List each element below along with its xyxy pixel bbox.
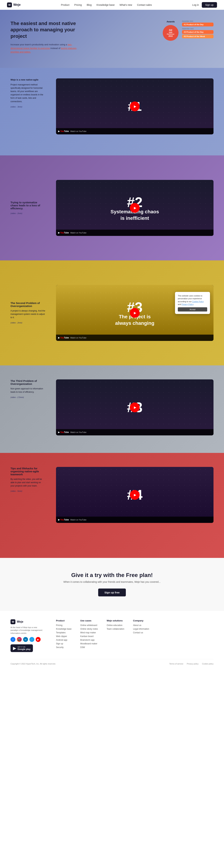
cookie-link[interactable]: Cookie policy <box>202 663 214 665</box>
nav-contact[interactable]: Contact sales <box>137 3 152 6</box>
third-video[interactable]: #3 ▶ YouTube Watch on YouTube <box>56 379 214 435</box>
award-1: #1 Product of the Day <box>182 23 214 26</box>
tips-video-note: (video - 5min) <box>10 490 22 492</box>
footer-solutions-col: Weje solutions Online education Team col… <box>106 619 124 652</box>
overorg-play-button[interactable] <box>130 308 140 318</box>
footer-android[interactable]: Android app <box>56 639 71 641</box>
overorg-yt-logo: ▶ YouTube <box>58 337 69 339</box>
overorg-video[interactable]: #3 The project isalways changing ▶ YouTu… <box>56 285 214 341</box>
overorg-yt-bar: ▶ YouTube Watch on YouTube <box>56 335 214 341</box>
award-3: #5 Product of the Week <box>182 34 214 38</box>
footer-education[interactable]: Online education <box>106 624 124 626</box>
social-icons: f 📷 in 🐦 ▶ <box>10 637 45 642</box>
footer-logo-text: Weje <box>17 620 23 623</box>
third-play-button[interactable] <box>130 403 140 412</box>
footer-use-cases-title: Use cases <box>80 619 98 622</box>
linkedin-icon[interactable]: in <box>23 637 28 642</box>
copyright: Copyright © 2022 HyperTech, Inc. All rig… <box>10 663 56 665</box>
native-video-bg: #1 ▶ YouTube Watch on YouTube <box>56 79 214 134</box>
chaos-section: Trying to systematize chaos leads to a l… <box>0 155 224 260</box>
yt-logo: ▶ YouTube <box>58 130 69 132</box>
third-section: The Third Problem of Overorganization No… <box>0 365 224 453</box>
footer-web-clipper[interactable]: Web clipper <box>56 635 71 638</box>
native-play-button[interactable] <box>130 101 140 111</box>
cta-section: Give it a try with the Free plan! When i… <box>0 558 224 611</box>
footer-brand-name: W Weje <box>10 619 45 624</box>
nav-knowledge[interactable]: Knowledge base <box>96 3 115 6</box>
footer-product-col: Product Pricing Knowledge base Templates… <box>56 619 71 652</box>
privacy-link[interactable]: Privacy policy <box>187 663 198 665</box>
footer-security[interactable]: Security <box>56 646 71 649</box>
logo[interactable]: W Weje <box>7 2 21 7</box>
chaos-title: Trying to systematize chaos leads to a l… <box>10 201 45 210</box>
overorg-section: The Second Problem of Overorganization A… <box>0 260 224 365</box>
chaos-play-button[interactable] <box>130 203 140 213</box>
footer-about[interactable]: About us <box>133 624 149 626</box>
hero-section: The easiest and most native approach to … <box>0 10 224 68</box>
terms-link[interactable]: Terms of service <box>169 663 183 665</box>
nav-right: Log in Sign up <box>192 2 217 8</box>
native-tag: Weje is a new native-agile <box>10 79 45 81</box>
overorg-title: The Second Problem of Overorganization <box>10 302 45 308</box>
signup-button[interactable]: Sign up <box>202 2 217 8</box>
tips-play-button[interactable] <box>130 490 140 500</box>
footer-templates[interactable]: Templates <box>56 631 71 634</box>
tips-desc: By watching the video, you will be able … <box>10 477 45 488</box>
google-play-text: GET IT ON Google play <box>18 646 30 650</box>
footer-kanban[interactable]: Kanban board <box>80 635 98 638</box>
native-video[interactable]: #1 ▶ YouTube Watch on YouTube <box>56 79 214 134</box>
tips-video-bg: #4 ▶ YouTube Watch on YouTube <box>56 467 214 523</box>
footer-brand-desc: At the heart of Weje lays a new paradigm… <box>10 626 45 635</box>
footer-legal[interactable]: Legal information <box>133 628 149 630</box>
awards-container: Awards G2 High Performer 2022 December 2… <box>163 20 214 41</box>
cookie-policy-link[interactable]: Cookie Policy <box>192 301 204 303</box>
award-high: High <box>169 31 172 33</box>
overorg-video-note: (video - 2min) <box>10 322 22 324</box>
tips-video[interactable]: #4 ▶ YouTube Watch on YouTube <box>56 467 214 523</box>
awards-badges: Awards G2 High Performer 2022 <box>163 20 179 41</box>
tips-text: Tips and lifehacks for organizing native… <box>10 467 45 493</box>
footer-logo-icon: W <box>10 619 15 624</box>
nav-blog[interactable]: Blog <box>87 3 92 6</box>
hero-text: The easiest and most native approach to … <box>10 20 81 54</box>
awards-title: Awards <box>167 20 175 23</box>
twitter-icon[interactable]: 🐦 <box>29 637 34 642</box>
footer-signup[interactable]: Sign up <box>56 643 71 645</box>
navigation: W Weje Product Pricing Blog Knowledge ba… <box>0 0 224 10</box>
cta-title: Give it a try with the Free plan! <box>10 572 214 578</box>
footer-top: W Weje At the heart of Weje lays a new p… <box>10 619 214 652</box>
youtube-icon[interactable]: ▶ <box>36 637 41 642</box>
footer-cols: Product Pricing Knowledge base Templates… <box>56 619 214 652</box>
award-rank-1: #1 Product of the Day <box>184 24 203 26</box>
footer-moodboard[interactable]: Moodboard maker <box>80 643 98 645</box>
footer-whiteboard[interactable]: Online whiteboard <box>80 624 98 626</box>
footer-mindmap[interactable]: Mind map maker <box>80 631 98 634</box>
footer-pricing[interactable]: Pricing <box>56 624 71 626</box>
nav-product[interactable]: Product <box>61 3 69 6</box>
footer-brainstorm[interactable]: Brainstorm app <box>80 639 98 641</box>
cta-subtitle: When it comes to collaborating with your… <box>10 581 214 583</box>
footer-d3w[interactable]: D3W <box>80 646 98 649</box>
award-date-1: December 2022 #1 Product of the Day <box>182 20 214 26</box>
cookie-accept-button[interactable]: Accept <box>178 307 207 311</box>
hero-subtitle-mid: instead of <box>51 47 61 50</box>
footer-contact[interactable]: Contact us <box>133 631 149 634</box>
chaos-yt-logo: ▶ YouTube <box>58 231 69 234</box>
nav-pricing[interactable]: Pricing <box>74 3 82 6</box>
third-video-note: (video - 2.5min) <box>10 396 24 398</box>
chaos-video-bg: #2 Systematizing chaosis inefficient ▶ Y… <box>56 180 214 236</box>
chaos-video[interactable]: #2 Systematizing chaosis inefficient ▶ Y… <box>56 180 214 236</box>
facebook-icon[interactable]: f <box>10 637 15 642</box>
footer-company-list: About us Legal information Contact us <box>133 624 149 634</box>
footer-knowledge-base[interactable]: Knowledge base <box>56 628 71 630</box>
footer-team-collab[interactable]: Team collaboration <box>106 628 124 630</box>
cta-signup-button[interactable]: Sign up free <box>98 589 126 596</box>
nav-whatsnew[interactable]: What's new <box>120 3 132 6</box>
native-desc: Project management method specifically d… <box>10 83 45 103</box>
privacy-policy-link[interactable]: Privacy Policy <box>182 303 193 305</box>
footer-product-title: Product <box>56 619 71 622</box>
instagram-icon[interactable]: 📷 <box>17 637 22 642</box>
google-play-button[interactable]: ▶ GET IT ON Google play <box>10 644 33 652</box>
footer-sticky[interactable]: Online sticky notes <box>80 628 98 630</box>
login-button[interactable]: Log in <box>192 3 199 6</box>
